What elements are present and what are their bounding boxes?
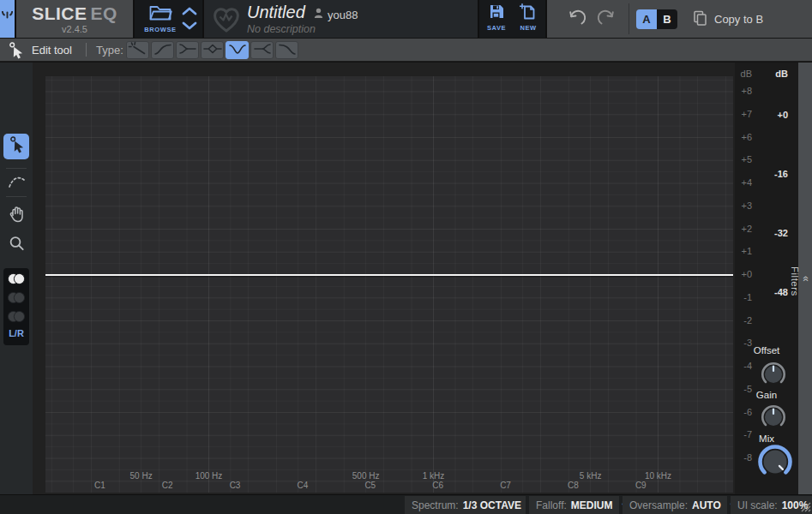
- right-panel: dB+8+7+6+5+4+3+2+1+0-1-2-3-4-5-6-7-8 dB+…: [735, 63, 798, 494]
- power-icon: [2, 11, 13, 27]
- freq-tick-label: 10 kHz: [645, 471, 671, 481]
- spectrum-label: Spectrum:: [412, 499, 459, 511]
- spectrum-value: 1/3 OCTAVE: [463, 499, 521, 511]
- toolbar-divider: [629, 3, 629, 34]
- eq-db-tick: +7: [741, 109, 752, 119]
- eq-db-tick: -6: [743, 407, 752, 417]
- new-document-icon: [520, 8, 537, 22]
- resize-handle[interactable]: [799, 500, 811, 514]
- note-tick-label: C7: [500, 481, 511, 490]
- stereo-circles-icon: [5, 290, 27, 308]
- filter-type-high-cut-button[interactable]: [275, 41, 298, 59]
- status-bar: Spectrum: 1/3 OCTAVE ▼ Falloff: MEDIUM ▼…: [0, 494, 812, 514]
- mix-knob[interactable]: [755, 442, 795, 485]
- copy-to-b-button[interactable]: Copy to B: [693, 10, 763, 28]
- offset-knob-label: Offset: [735, 345, 798, 356]
- notch-icon: [227, 41, 248, 60]
- save-label: SAVE: [482, 24, 511, 32]
- filter-type-buttons: [126, 41, 298, 59]
- redo-icon: [598, 16, 617, 31]
- eq-db-tick: -8: [743, 452, 752, 463]
- edit-tool-button[interactable]: [3, 134, 29, 159]
- browse-button[interactable]: BROWSE: [141, 3, 179, 34]
- freq-tick-label: 5 kHz: [580, 471, 602, 481]
- browse-label: BROWSE: [141, 26, 179, 33]
- ab-toggle-b[interactable]: B: [657, 9, 677, 29]
- eq-plot-area[interactable]: [45, 76, 733, 493]
- oversample-dropdown[interactable]: Oversample: AUTO ▼: [623, 496, 727, 514]
- sidebar-divider: [6, 196, 27, 197]
- new-label: NEW: [514, 24, 543, 32]
- note-tick-label: C4: [298, 481, 309, 490]
- logo-primary: SLICE: [32, 3, 87, 23]
- magic-wand-icon: [128, 41, 148, 60]
- stereo-circles-icon: [5, 309, 27, 327]
- sketch-tool-button[interactable]: [3, 169, 29, 194]
- previous-preset-button[interactable]: [179, 4, 200, 16]
- filter-type-notch-button[interactable]: [226, 41, 249, 59]
- filter-type-magic-wand-button[interactable]: [126, 41, 149, 59]
- note-tick-label: C1: [94, 481, 105, 490]
- undo-button[interactable]: [566, 9, 586, 28]
- spectrum-dropdown[interactable]: Spectrum: 1/3 OCTAVE ▼: [405, 496, 526, 514]
- gain-knob[interactable]: [759, 403, 788, 435]
- chevron-down-icon: [181, 19, 198, 33]
- eq-db-axis-header: dB: [741, 69, 752, 79]
- freq-tick-label: 500 Hz: [352, 471, 380, 481]
- filter-type-peak-button[interactable]: [201, 41, 224, 59]
- spectrum-db-axis-header: dB: [775, 69, 788, 79]
- freq-tick-label: 100 Hz: [195, 471, 223, 481]
- toolbar2-divider: [86, 43, 87, 57]
- gain-knob-label: Gain: [735, 390, 798, 400]
- preset-browse-section: BROWSE: [135, 0, 202, 38]
- filters-panel-tab[interactable]: « Filters: [798, 63, 812, 494]
- high-cut-icon: [277, 41, 298, 60]
- redo-button[interactable]: [598, 9, 617, 28]
- heart-icon: [209, 23, 244, 38]
- new-preset-button[interactable]: NEW: [514, 3, 543, 35]
- eq-db-tick: +8: [741, 86, 752, 96]
- eq-db-tick: +0: [741, 269, 752, 279]
- slice-eq-window: SLICEEQ v2.4.5 BROWSE: [0, 0, 812, 514]
- type-label: Type:: [96, 44, 123, 57]
- filter-type-low-shelf-button[interactable]: [176, 41, 199, 59]
- favorite-button[interactable]: [209, 3, 244, 39]
- channel-left-button[interactable]: [5, 291, 27, 307]
- ab-toggle: A B: [636, 9, 677, 29]
- peak-icon: [202, 41, 223, 60]
- offset-knob[interactable]: [759, 360, 788, 392]
- save-button[interactable]: SAVE: [482, 3, 511, 35]
- tool-name-label: Edit tool: [32, 44, 72, 57]
- channel-right-button[interactable]: [5, 310, 27, 326]
- copy-icon: [693, 10, 707, 28]
- app-logo: SLICEEQ: [16, 3, 133, 24]
- magnifier-icon: [7, 234, 27, 257]
- oversample-label: Oversample:: [629, 499, 688, 511]
- eq-db-tick: +3: [741, 200, 752, 211]
- channel-mode-label[interactable]: L/R: [3, 328, 29, 338]
- filter-type-low-cut-button[interactable]: [151, 41, 174, 59]
- zoom-tool-button[interactable]: [3, 232, 29, 258]
- next-preset-button[interactable]: [179, 19, 200, 31]
- expand-chevrons-icon: «: [800, 276, 812, 282]
- power-button[interactable]: [0, 0, 15, 38]
- ui-scale-label: UI scale:: [737, 499, 778, 511]
- note-tick-label: C5: [364, 481, 376, 490]
- ab-toggle-a[interactable]: A: [636, 9, 657, 29]
- chevron-up-icon: [181, 4, 198, 19]
- save-new-section: SAVE NEW: [479, 0, 545, 38]
- preset-title[interactable]: Untitled: [247, 3, 305, 22]
- spectrum-db-tick: -32: [774, 228, 788, 238]
- top-bar: SLICEEQ v2.4.5 BROWSE: [0, 0, 812, 38]
- eq-db-tick: +5: [741, 154, 752, 164]
- note-tick-label: C2: [162, 481, 173, 490]
- version-label: v2.4.5: [16, 24, 133, 34]
- channel-both-button[interactable]: [5, 272, 27, 288]
- falloff-dropdown[interactable]: Falloff: MEDIUM ▼: [529, 496, 619, 514]
- preset-description[interactable]: No description: [247, 23, 316, 35]
- sketch-curve-icon: [7, 170, 27, 194]
- eq-db-tick: +4: [741, 177, 752, 188]
- tool-sidebar: L/R: [0, 63, 33, 494]
- filter-type-high-shelf-button[interactable]: [250, 41, 274, 59]
- hand-tool-button[interactable]: [3, 201, 29, 227]
